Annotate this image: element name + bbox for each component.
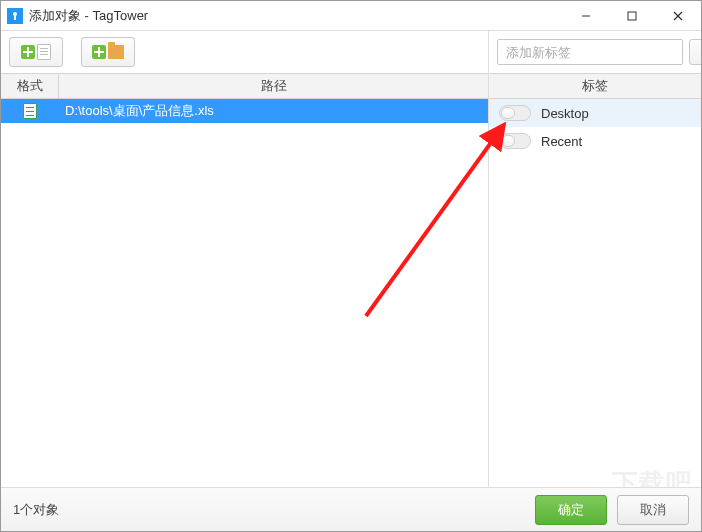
column-header-path[interactable]: 路径 [59,74,488,98]
column-header-tags[interactable]: 标签 [489,74,701,98]
tag-row-desktop[interactable]: Desktop [489,99,701,127]
cancel-button[interactable]: 取消 [617,495,689,525]
svg-rect-1 [14,15,16,20]
left-column-headers: 格式 路径 [1,73,488,99]
maximize-button[interactable] [609,1,655,30]
titlebar: 添加对象 - TagTower [1,1,701,31]
status-count: 1个对象 [13,501,525,519]
tag-list[interactable]: Desktop Recent [489,99,701,487]
plus-icon [92,45,106,59]
add-file-button[interactable] [9,37,63,67]
close-button[interactable] [655,1,701,30]
add-tag-button[interactable] [689,39,702,65]
minimize-button[interactable] [563,1,609,30]
tag-label: Recent [541,134,582,149]
window-title: 添加对象 - TagTower [29,7,563,25]
plus-icon [690,45,702,59]
plus-icon [21,45,35,59]
file-path: D:\tools\桌面\产品信息.xls [59,102,488,120]
left-toolbar [1,31,488,73]
toggle-switch[interactable] [499,105,531,121]
right-pane: 标签 Desktop Recent [489,31,701,487]
statusbar: 1个对象 确定 取消 [1,487,701,531]
folder-icon [108,45,124,59]
add-folder-button[interactable] [81,37,135,67]
file-icon [37,44,51,60]
right-toolbar [489,31,701,73]
file-list[interactable]: D:\tools\桌面\产品信息.xls [1,99,488,487]
svg-rect-3 [628,12,636,20]
app-icon [7,8,23,24]
table-row[interactable]: D:\tools\桌面\产品信息.xls [1,99,488,123]
add-tag-input[interactable] [497,39,683,65]
xls-icon [23,103,37,119]
tag-label: Desktop [541,106,589,121]
column-header-format[interactable]: 格式 [1,74,59,98]
left-pane: 格式 路径 D:\tools\桌面\产品信息.xls [1,31,489,487]
right-column-headers: 标签 [489,73,701,99]
ok-button[interactable]: 确定 [535,495,607,525]
tag-row-recent[interactable]: Recent [489,127,701,155]
toggle-switch[interactable] [499,133,531,149]
